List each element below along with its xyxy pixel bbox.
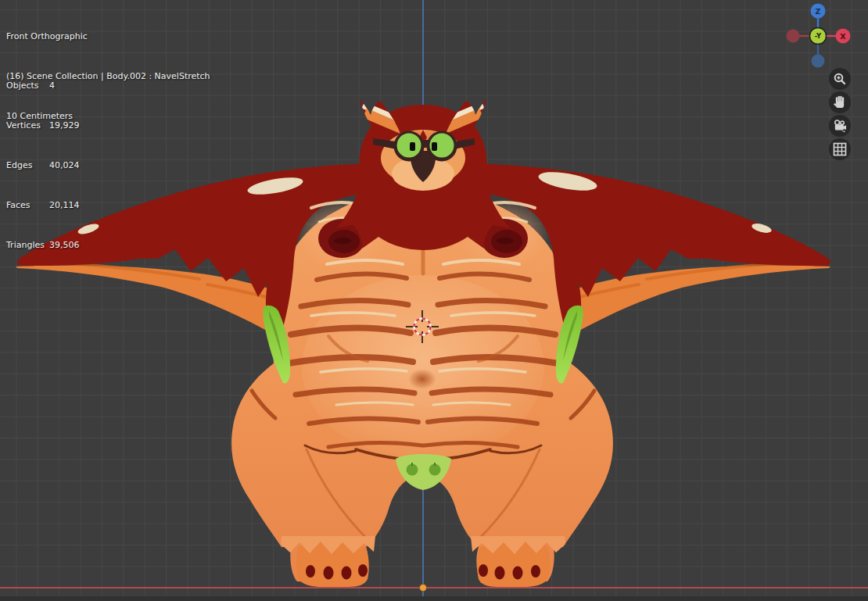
viewport-bottom-edge <box>0 596 868 601</box>
pan-button[interactable] <box>829 91 851 113</box>
eye-left <box>397 134 421 158</box>
3d-cursor <box>405 309 439 344</box>
zoom-button[interactable] <box>829 68 851 90</box>
camera-view-button[interactable] <box>829 115 851 137</box>
gizmo-y-label: -Y <box>815 32 822 40</box>
hand-icon <box>832 95 848 110</box>
toggle-view-button[interactable] <box>829 138 851 160</box>
pupil-right <box>432 142 437 151</box>
stat-row-objects: Objects4 <box>6 79 80 92</box>
gizmo-axis-x-negative[interactable] <box>787 30 800 43</box>
navel <box>408 369 436 389</box>
pupil-left <box>410 142 415 151</box>
grid-icon <box>832 141 848 157</box>
camera-icon <box>832 118 848 134</box>
view-name-label: Front Orthographic <box>6 30 210 43</box>
stat-row-triangles: Triangles39,506 <box>6 238 80 252</box>
gizmo-x-label: X <box>840 32 846 41</box>
statistics-overlay: Objects4 Vertices19,929 Edges40,024 Face… <box>6 52 80 278</box>
magnifier-plus-icon <box>832 71 848 87</box>
3d-viewport[interactable]: Front Orthographic (16) Scene Collection… <box>0 0 868 601</box>
stat-row-vertices: Vertices19,929 <box>6 119 80 132</box>
object-origin <box>419 584 427 592</box>
stat-row-edges: Edges40,024 <box>6 159 80 172</box>
head <box>336 98 510 250</box>
feet <box>281 536 565 587</box>
gizmo-z-label: Z <box>816 7 821 16</box>
stat-row-faces: Faces20,114 <box>6 199 80 212</box>
gizmo-axis-z-negative[interactable] <box>812 55 825 68</box>
navigation-gizmo[interactable]: Z X -Y <box>782 0 868 75</box>
